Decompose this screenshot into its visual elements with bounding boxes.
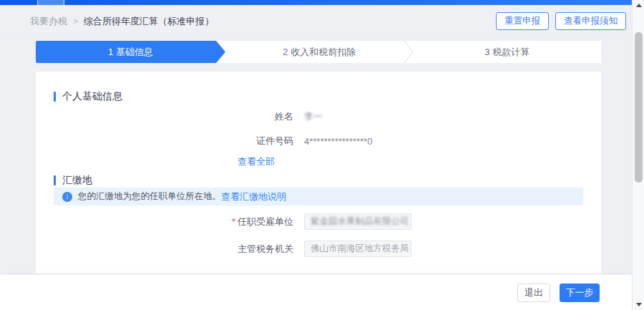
tax-authority-input[interactable]: 佛山市南海区地方税务局 <box>304 241 411 257</box>
step-3-label: 3 税款计算 <box>484 46 530 59</box>
name-row: 姓名 李一 <box>36 110 601 123</box>
section-marker <box>54 175 56 185</box>
name-value: 李一 <box>304 110 323 123</box>
scroll-up-arrow-icon[interactable] <box>633 0 644 11</box>
scrollbar-thumb[interactable] <box>635 32 643 183</box>
breadcrumb: 我要办税 > 综合所得年度汇算（标准申报） <box>30 15 214 28</box>
employer-label: *任职受雇单位 <box>36 215 293 228</box>
exit-button[interactable]: 退出 <box>517 284 550 302</box>
footer-buttons: 退出 下一步 <box>517 284 600 302</box>
remit-notice-text: 您的汇缴地为您的任职单位所在地。 <box>78 190 221 203</box>
view-all-link[interactable]: 查看全部 <box>238 155 275 168</box>
breadcrumb-parent[interactable]: 我要办税 <box>30 15 67 28</box>
step-2-income-deductions[interactable]: 2 收入和税前扣除 <box>225 41 414 63</box>
header-actions: 重置申报 查看申报须知 <box>496 12 626 30</box>
name-label: 姓名 <box>36 110 293 123</box>
section-marker <box>54 92 56 102</box>
footer-bar: 退出 下一步 <box>0 274 632 310</box>
tax-authority-label: 主管税务机关 <box>36 243 293 256</box>
info-icon: i <box>62 192 72 202</box>
id-number-row: 证件号码 4****************0 <box>36 135 601 147</box>
employer-input[interactable]: 紫金园水果制品有限公司 <box>304 213 411 230</box>
employer-row: *任职受雇单位 紫金园水果制品有限公司 <box>36 213 601 230</box>
id-number-value: 4****************0 <box>304 136 372 147</box>
step-2-label: 2 收入和税前扣除 <box>283 46 356 59</box>
id-number-label: 证件号码 <box>36 135 293 147</box>
scrollbar[interactable] <box>632 0 644 310</box>
scroll-down-arrow-icon[interactable] <box>633 299 644 310</box>
section-personal-info: 个人基础信息 <box>54 90 122 103</box>
tax-authority-row: 主管税务机关 佛山市南海区地方税务局 <box>36 241 601 257</box>
required-asterisk: * <box>232 216 235 227</box>
step-1-basic-info[interactable]: 1 基础信息 <box>36 41 225 63</box>
top-bar-segment <box>37 0 64 5</box>
view-declaration-notice-button[interactable]: 查看申报须知 <box>555 12 626 30</box>
section-remit-location: 汇缴地 <box>54 174 92 187</box>
breadcrumb-separator: > <box>73 16 78 26</box>
step-wizard: 1 基础信息 2 收入和税前扣除 3 税款计算 <box>36 41 601 63</box>
top-accent-bar <box>0 0 632 5</box>
employer-value: 紫金园水果制品有限公司 <box>311 216 409 226</box>
remit-notice-link[interactable]: 查看汇缴地说明 <box>221 190 286 203</box>
section-remit-title: 汇缴地 <box>62 174 92 187</box>
breadcrumb-divider <box>0 34 632 34</box>
breadcrumb-current: 综合所得年度汇算（标准申报） <box>84 15 214 28</box>
step-separator-icon <box>404 41 414 63</box>
remit-notice-banner: i 您的汇缴地为您的任职单位所在地。 查看汇缴地说明 <box>54 188 583 205</box>
step-3-tax-calculation[interactable]: 3 税款计算 <box>414 41 602 63</box>
form-card: 个人基础信息 姓名 李一 证件号码 4****************0 查看全… <box>36 72 601 273</box>
section-personal-title: 个人基础信息 <box>62 90 122 103</box>
next-step-button[interactable]: 下一步 <box>560 284 600 302</box>
reset-declaration-button[interactable]: 重置申报 <box>496 12 549 30</box>
